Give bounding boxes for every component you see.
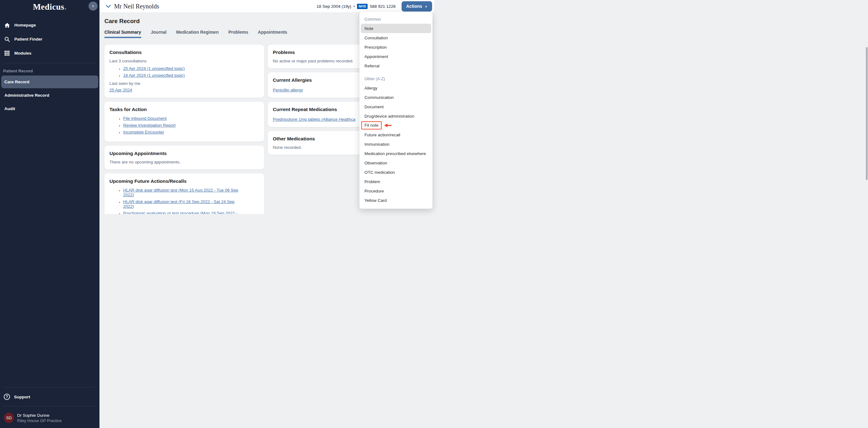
patient-dob: 18 Sep 2004 (19y) [316, 4, 351, 9]
empty-state-text: There are no upcoming appointments. [110, 160, 259, 164]
menu-item-appointment[interactable]: Appointment [360, 52, 432, 61]
medicus-logo: Medicus. [33, 2, 66, 12]
last-seen-link[interactable]: 25 Apr 2024 [110, 88, 132, 92]
sidebar-item-homepage[interactable]: Homepage [0, 18, 99, 32]
card-title: Tasks for Action [110, 107, 259, 112]
allergy-link[interactable]: Penicillin allergy [273, 88, 303, 92]
future-action-link[interactable]: HLAR disk agar diffusion test (Fri 16 Se… [123, 199, 235, 209]
future-action-link[interactable]: HLAR disk agar diffusion test (Mon 15 Au… [123, 188, 238, 197]
menu-item-immunisation[interactable]: Immunisation [360, 139, 432, 149]
list-item: HLAR disk agar diffusion test (Mon 15 Au… [123, 188, 245, 197]
list-item: HLAR disk agar diffusion test (Fri 16 Se… [123, 199, 245, 209]
menu-item-label: Fit note [365, 123, 378, 127]
dot-separator: • [353, 4, 355, 9]
actions-button-label: Actions [406, 4, 422, 9]
tab-journal[interactable]: Journal [151, 30, 167, 38]
sidebar-item-modules[interactable]: Modules [0, 46, 99, 60]
menu-item-document[interactable]: Document [360, 102, 432, 111]
tasks-for-action-card: Tasks for Action File Inbound Document R… [104, 102, 264, 142]
menu-item-drug-device-administration[interactable]: Drug/device administration [360, 111, 432, 121]
menu-item-procedure[interactable]: Procedure [360, 186, 432, 196]
menu-item-observation[interactable]: Observation [360, 158, 432, 168]
menu-item-yellow-card[interactable]: Yellow Card [360, 196, 432, 205]
logo-row: Medicus. ‹ [0, 0, 99, 14]
sidebar-divider [4, 63, 96, 63]
task-link[interactable]: Review Investigation Report [123, 123, 176, 127]
sidebar-item-label: Patient Finder [14, 37, 42, 41]
sidebar-item-patient-finder[interactable]: Patient Finder [0, 32, 99, 46]
tab-medication-regimen[interactable]: Medication Regimen [176, 30, 219, 38]
menu-item-prescription[interactable]: Prescription [360, 42, 432, 52]
patient-name: Mr Neil Reynolds [114, 3, 159, 10]
consultations-card: Consultations Last 3 consultations 25 Ap… [104, 45, 264, 98]
consultation-link[interactable]: 18 Apr 2024 (1 unspecified topic) [123, 73, 185, 78]
menu-item-problem[interactable]: Problem [360, 177, 432, 186]
chevron-left-icon: ‹ [92, 3, 94, 8]
list-item: Review Investigation Report [123, 123, 259, 127]
sidebar-item-administrative-record[interactable]: Administrative Record [1, 89, 98, 102]
caret-up-icon: ▲ [425, 5, 428, 8]
logo-text: Medicus [33, 2, 64, 11]
nhs-number: 588 921 1226 [370, 4, 396, 9]
list-item: 25 Apr 2024 (1 unspecified topic) [123, 66, 259, 71]
grid-icon [4, 50, 10, 56]
menu-item-allergy[interactable]: Allergy [360, 83, 432, 93]
chevron-down-icon [106, 5, 111, 8]
menu-item-consultation[interactable]: Consultation [360, 33, 432, 42]
tab-problems[interactable]: Problems [228, 30, 248, 38]
sidebar-item-audit[interactable]: Audit [1, 102, 98, 115]
list-item: 18 Apr 2024 (1 unspecified topic) [123, 73, 259, 78]
sidebar: Medicus. ‹ Homepage Patient Finder Modul… [0, 0, 99, 214]
menu-section-other-az: Other (A-Z) [360, 75, 432, 83]
patient-banner-toggle[interactable]: Mr Neil Reynolds [106, 3, 159, 10]
sidebar-item-label: Modules [14, 51, 31, 56]
medication-link[interactable]: Prednisolone 1mg tablets (Alliance Healt… [273, 117, 355, 122]
card-title: Upcoming Future Actions/Recalls [110, 178, 259, 184]
card-title: Upcoming Appointments [110, 151, 259, 156]
actions-button[interactable]: Actions ▲ [402, 1, 432, 11]
list-item: Psychologic evaluation or test procedure… [123, 211, 245, 214]
future-actions-card: Upcoming Future Actions/Recalls HLAR dis… [104, 173, 264, 214]
home-icon [4, 22, 10, 28]
menu-item-future-action-recall[interactable]: Future action/recall [360, 130, 432, 139]
card-title: Consultations [110, 50, 259, 55]
sidebar-item-care-record[interactable]: Care Record [1, 76, 98, 88]
menu-item-fit-note[interactable]: Fit note [360, 121, 432, 130]
list-item: File Inbound Document [123, 116, 259, 121]
patient-banner: Mr Neil Reynolds 18 Sep 2004 (19y) • NHS… [99, 0, 434, 13]
task-link[interactable]: Incomplete Encounter [123, 130, 164, 135]
menu-item-otc-medication[interactable]: OTC medication [360, 168, 432, 177]
sidebar-item-label: Homepage [14, 23, 36, 27]
sidebar-collapse-button[interactable]: ‹ [89, 2, 98, 10]
tab-clinical-summary[interactable]: Clinical Summary [104, 30, 141, 38]
last-3-consultations-label: Last 3 consultations [110, 59, 259, 63]
menu-item-referral[interactable]: Referral [360, 61, 432, 70]
consultation-link[interactable]: 25 Apr 2024 (1 unspecified topic) [123, 66, 185, 71]
last-seen-label: Last seen by me [110, 81, 259, 86]
tab-appointments[interactable]: Appointments [258, 30, 287, 38]
menu-item-medication-prescribed-elsewhere[interactable]: Medication prescribed elsewhere [360, 149, 432, 158]
menu-section-common: Common [360, 15, 432, 24]
list-item: Incomplete Encounter [123, 130, 259, 135]
menu-item-note[interactable]: Note [361, 24, 431, 33]
annotation-highlight-box: Fit note [361, 121, 382, 130]
menu-item-communication[interactable]: Communication [360, 93, 432, 102]
actions-menu: Common Note Consultation Prescription Ap… [360, 12, 432, 209]
nhs-logo: NHS [357, 4, 368, 9]
upcoming-appointments-card: Upcoming Appointments There are no upcom… [104, 146, 264, 169]
task-link[interactable]: File Inbound Document [123, 116, 167, 121]
sidebar-section-patient-record: Patient Record [0, 65, 99, 75]
logo-dot: . [64, 2, 66, 11]
annotation-arrow-icon [384, 123, 392, 127]
future-action-link[interactable]: Psychologic evaluation or test procedure… [123, 211, 237, 214]
search-icon [4, 36, 10, 42]
